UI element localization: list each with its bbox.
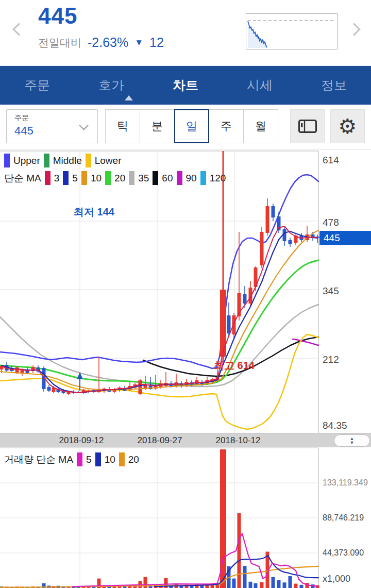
legend-label: 120 xyxy=(210,173,226,184)
legend-swatch xyxy=(105,171,111,185)
legend-swatch xyxy=(63,171,69,185)
legend-swatch xyxy=(4,154,10,167)
spinner-down-icon: ▼ xyxy=(350,441,355,445)
change-label: 전일대비 xyxy=(38,36,81,50)
current-price-badge: 445 xyxy=(319,231,371,245)
volume-unit-label: x1,000 xyxy=(323,574,350,584)
submenu-triangle-icon xyxy=(125,95,133,100)
price-axis-label: 478 xyxy=(323,217,339,228)
legend-swatch xyxy=(86,154,91,167)
header: 445 전일대비 -2.63% ▼ 12 xyxy=(0,0,371,66)
date-label: 2018-10-12 xyxy=(205,435,272,446)
legend-swatch xyxy=(177,171,182,185)
layout-panel-icon xyxy=(298,119,317,134)
period-button-1[interactable]: 틱 xyxy=(105,109,140,143)
down-arrow-icon: ▼ xyxy=(134,38,143,48)
legend-label: 10 xyxy=(105,454,115,465)
volume-ma-legend: 거래량 단순 MA51020 xyxy=(4,452,139,466)
nav-tab-3[interactable]: 차트 xyxy=(148,66,223,105)
ma-legend: 단순 MA351020356090120 xyxy=(4,171,226,185)
legend-swatch xyxy=(200,171,206,185)
legend-label: Lower xyxy=(95,155,122,166)
date-axis-scrollbar[interactable]: ▲ ▼ 2018-09-122018-09-272018-10-12 xyxy=(0,433,371,447)
svg-text:최저 144: 최저 144 xyxy=(74,206,115,217)
legend-title: 거래량 단순 MA xyxy=(4,453,73,466)
legend-label: 60 xyxy=(162,173,173,184)
legend-title: 단순 MA xyxy=(4,172,41,185)
legend-swatch xyxy=(44,154,49,167)
settings-gear-icon: ⚙ xyxy=(339,116,357,137)
legend-label: Middle xyxy=(53,155,82,166)
mini-chart-preview[interactable] xyxy=(246,13,338,49)
change-percent: -2.63% xyxy=(88,35,128,50)
legend-swatch xyxy=(129,171,134,185)
chart-toolbar: 주문 445 틱분일주월 ⚙ xyxy=(0,105,371,149)
svg-text:최고 614: 최고 614 xyxy=(214,360,255,371)
date-label: 2018-09-27 xyxy=(126,435,193,446)
legend-label: 5 xyxy=(72,173,78,184)
next-stock-icon[interactable] xyxy=(347,23,360,36)
price-axis-label: 345 xyxy=(323,285,339,297)
date-label: 2018-09-12 xyxy=(48,435,115,446)
volume-axis-label: 133,119.349 xyxy=(323,478,368,488)
change-value: 12 xyxy=(149,35,164,50)
legend-swatch xyxy=(81,171,87,185)
nav-tab-4[interactable]: 시세 xyxy=(223,66,297,105)
order-dropdown-label: 주문 xyxy=(14,113,29,123)
legend-swatch xyxy=(77,452,82,466)
chevron-down-icon xyxy=(79,121,88,130)
nav-tab-5[interactable]: 정보 xyxy=(297,66,371,105)
legend-swatch xyxy=(95,452,101,466)
period-button-group: 틱분일주월 xyxy=(106,109,278,143)
settings-button[interactable]: ⚙ xyxy=(330,109,365,143)
volume-axis-label: 44,373.090 xyxy=(323,548,364,558)
zoom-spinner[interactable]: ▲ ▼ xyxy=(334,434,370,447)
legend-swatch xyxy=(153,171,158,185)
legend-label: 20 xyxy=(128,454,139,465)
volume-chart-panel[interactable]: 거래량 단순 MA51020 133,119.34988,746.21944,3… xyxy=(0,447,371,588)
bollinger-legend: UpperMiddleLower xyxy=(4,154,121,167)
legend-label: 90 xyxy=(186,173,197,184)
main-nav: 주문호가차트시세정보 xyxy=(0,66,371,105)
mini-chart-sparkline xyxy=(246,14,337,49)
period-button-5[interactable]: 월 xyxy=(243,109,278,143)
legend-swatch xyxy=(119,452,125,466)
legend-label: Upper xyxy=(13,155,40,166)
order-dropdown-value: 445 xyxy=(14,124,33,138)
price-chart-panel[interactable]: 최저 144최고 614 UpperMiddleLower 단순 MA35102… xyxy=(0,149,371,433)
nav-tab-1[interactable]: 주문 xyxy=(0,66,74,105)
nav-tab-2[interactable]: 호가 xyxy=(74,66,148,105)
volume-axis-label: 88,746.219 xyxy=(323,513,364,523)
legend-label: 5 xyxy=(86,454,92,465)
layout-panel-button[interactable] xyxy=(290,109,325,143)
legend-label: 35 xyxy=(138,173,149,184)
legend-label: 20 xyxy=(114,173,125,184)
volume-chart-plot xyxy=(0,447,319,588)
current-price: 445 xyxy=(38,3,77,29)
price-axis-label: 84.35 xyxy=(323,420,347,431)
period-button-4[interactable]: 주 xyxy=(209,109,244,143)
legend-label: 3 xyxy=(54,173,60,184)
order-dropdown[interactable]: 주문 445 xyxy=(6,109,98,143)
legend-label: 10 xyxy=(91,173,102,184)
prev-stock-icon[interactable] xyxy=(12,23,25,36)
legend-swatch xyxy=(45,171,50,185)
price-axis-label: 614 xyxy=(323,155,339,166)
price-chart-plot: 최저 144최고 614 xyxy=(0,149,319,433)
period-button-2[interactable]: 분 xyxy=(140,109,175,143)
period-button-3[interactable]: 일 xyxy=(174,109,209,143)
price-axis-label: 212 xyxy=(323,354,339,365)
